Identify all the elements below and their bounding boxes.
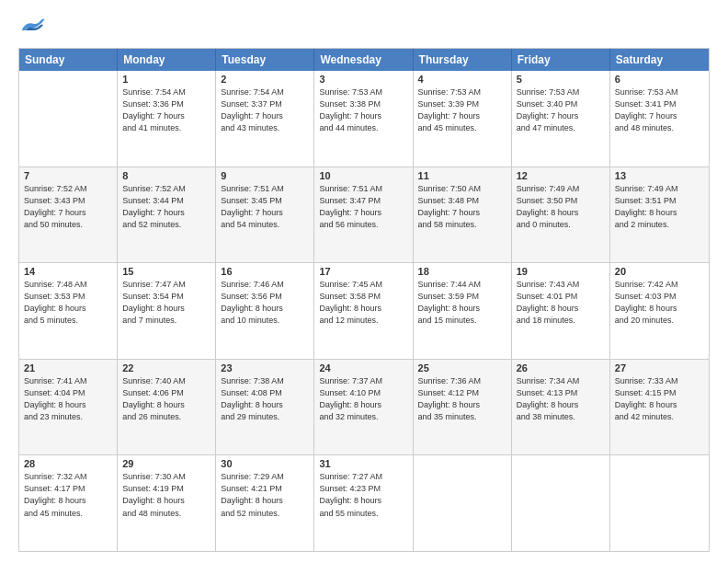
- day-number: 11: [418, 170, 506, 181]
- day-info: Sunrise: 7:42 AM Sunset: 4:03 PM Dayligh…: [615, 279, 704, 327]
- day-info: Sunrise: 7:34 AM Sunset: 4:13 PM Dayligh…: [517, 375, 605, 423]
- day-cell-31: 31Sunrise: 7:27 AM Sunset: 4:23 PM Dayli…: [314, 455, 413, 551]
- day-info: Sunrise: 7:49 AM Sunset: 3:50 PM Dayligh…: [517, 183, 605, 231]
- day-info: Sunrise: 7:43 AM Sunset: 4:01 PM Dayligh…: [517, 279, 605, 327]
- calendar-week-2: 7Sunrise: 7:52 AM Sunset: 3:43 PM Daylig…: [19, 167, 709, 263]
- day-cell-25: 25Sunrise: 7:36 AM Sunset: 4:12 PM Dayli…: [414, 360, 512, 455]
- empty-cell: [610, 455, 709, 551]
- day-number: 21: [24, 362, 112, 373]
- page: SundayMondayTuesdayWednesdayThursdayFrid…: [0, 0, 728, 563]
- day-number: 9: [221, 170, 309, 181]
- day-number: 16: [221, 266, 309, 277]
- header-day-thursday: Thursday: [414, 49, 512, 71]
- day-number: 19: [517, 266, 605, 277]
- day-number: 27: [615, 362, 704, 373]
- day-number: 1: [122, 74, 210, 85]
- day-number: 13: [615, 170, 704, 181]
- day-info: Sunrise: 7:46 AM Sunset: 3:56 PM Dayligh…: [221, 279, 309, 327]
- day-info: Sunrise: 7:50 AM Sunset: 3:48 PM Dayligh…: [418, 183, 506, 231]
- day-number: 10: [319, 170, 407, 181]
- logo: [18, 17, 50, 39]
- day-cell-11: 11Sunrise: 7:50 AM Sunset: 3:48 PM Dayli…: [414, 167, 512, 263]
- day-number: 25: [418, 362, 506, 373]
- day-info: Sunrise: 7:53 AM Sunset: 3:39 PM Dayligh…: [418, 86, 506, 134]
- day-cell-23: 23Sunrise: 7:38 AM Sunset: 4:08 PM Dayli…: [216, 360, 314, 455]
- day-info: Sunrise: 7:45 AM Sunset: 3:58 PM Dayligh…: [319, 279, 407, 327]
- day-info: Sunrise: 7:33 AM Sunset: 4:15 PM Dayligh…: [615, 375, 704, 423]
- day-cell-4: 4Sunrise: 7:53 AM Sunset: 3:39 PM Daylig…: [414, 71, 512, 167]
- day-number: 28: [24, 458, 112, 469]
- day-info: Sunrise: 7:53 AM Sunset: 3:41 PM Dayligh…: [615, 86, 704, 134]
- day-info: Sunrise: 7:51 AM Sunset: 3:45 PM Dayligh…: [221, 183, 309, 231]
- day-number: 17: [319, 266, 407, 277]
- day-cell-5: 5Sunrise: 7:53 AM Sunset: 3:40 PM Daylig…: [512, 71, 610, 167]
- day-info: Sunrise: 7:52 AM Sunset: 3:44 PM Dayligh…: [122, 183, 210, 231]
- logo-icon: [18, 17, 46, 39]
- day-cell-30: 30Sunrise: 7:29 AM Sunset: 4:21 PM Dayli…: [216, 455, 314, 551]
- day-number: 18: [418, 266, 506, 277]
- day-number: 8: [122, 170, 210, 181]
- day-number: 22: [122, 362, 210, 373]
- day-cell-1: 1Sunrise: 7:54 AM Sunset: 3:36 PM Daylig…: [118, 71, 216, 167]
- day-cell-22: 22Sunrise: 7:40 AM Sunset: 4:06 PM Dayli…: [118, 360, 216, 455]
- day-info: Sunrise: 7:27 AM Sunset: 4:23 PM Dayligh…: [319, 471, 407, 519]
- day-info: Sunrise: 7:36 AM Sunset: 4:12 PM Dayligh…: [418, 375, 506, 423]
- calendar-week-3: 14Sunrise: 7:48 AM Sunset: 3:53 PM Dayli…: [19, 262, 709, 359]
- day-number: 14: [24, 266, 112, 277]
- day-cell-28: 28Sunrise: 7:32 AM Sunset: 4:17 PM Dayli…: [19, 455, 118, 551]
- header-day-wednesday: Wednesday: [314, 49, 413, 71]
- calendar-week-5: 28Sunrise: 7:32 AM Sunset: 4:17 PM Dayli…: [19, 454, 709, 551]
- header-day-friday: Friday: [512, 49, 610, 71]
- day-cell-7: 7Sunrise: 7:52 AM Sunset: 3:43 PM Daylig…: [19, 167, 118, 263]
- day-cell-10: 10Sunrise: 7:51 AM Sunset: 3:47 PM Dayli…: [314, 167, 413, 263]
- day-cell-8: 8Sunrise: 7:52 AM Sunset: 3:44 PM Daylig…: [118, 167, 216, 263]
- day-number: 23: [221, 362, 309, 373]
- day-cell-27: 27Sunrise: 7:33 AM Sunset: 4:15 PM Dayli…: [610, 360, 709, 455]
- header-day-tuesday: Tuesday: [216, 49, 314, 71]
- header: [18, 17, 710, 39]
- empty-cell: [19, 71, 118, 167]
- day-number: 29: [122, 458, 210, 469]
- day-number: 6: [615, 74, 704, 85]
- day-info: Sunrise: 7:53 AM Sunset: 3:38 PM Dayligh…: [319, 86, 407, 134]
- header-day-saturday: Saturday: [610, 49, 709, 71]
- header-day-sunday: Sunday: [19, 49, 118, 71]
- day-number: 3: [319, 74, 407, 85]
- day-info: Sunrise: 7:53 AM Sunset: 3:40 PM Dayligh…: [517, 86, 605, 134]
- day-info: Sunrise: 7:51 AM Sunset: 3:47 PM Dayligh…: [319, 183, 407, 231]
- day-info: Sunrise: 7:54 AM Sunset: 3:36 PM Dayligh…: [122, 86, 210, 134]
- calendar: SundayMondayTuesdayWednesdayThursdayFrid…: [18, 48, 710, 552]
- day-number: 5: [517, 74, 605, 85]
- calendar-header: SundayMondayTuesdayWednesdayThursdayFrid…: [19, 49, 709, 71]
- day-info: Sunrise: 7:40 AM Sunset: 4:06 PM Dayligh…: [122, 375, 210, 423]
- empty-cell: [414, 455, 512, 551]
- day-cell-3: 3Sunrise: 7:53 AM Sunset: 3:38 PM Daylig…: [314, 71, 413, 167]
- calendar-week-4: 21Sunrise: 7:41 AM Sunset: 4:04 PM Dayli…: [19, 359, 709, 455]
- day-number: 2: [221, 74, 309, 85]
- day-number: 31: [319, 458, 407, 469]
- day-number: 15: [122, 266, 210, 277]
- day-number: 20: [615, 266, 704, 277]
- day-cell-24: 24Sunrise: 7:37 AM Sunset: 4:10 PM Dayli…: [314, 360, 413, 455]
- day-cell-18: 18Sunrise: 7:44 AM Sunset: 3:59 PM Dayli…: [414, 263, 512, 359]
- day-number: 26: [517, 362, 605, 373]
- day-cell-12: 12Sunrise: 7:49 AM Sunset: 3:50 PM Dayli…: [512, 167, 610, 263]
- day-cell-14: 14Sunrise: 7:48 AM Sunset: 3:53 PM Dayli…: [19, 263, 118, 359]
- day-cell-20: 20Sunrise: 7:42 AM Sunset: 4:03 PM Dayli…: [610, 263, 709, 359]
- day-cell-6: 6Sunrise: 7:53 AM Sunset: 3:41 PM Daylig…: [610, 71, 709, 167]
- day-cell-9: 9Sunrise: 7:51 AM Sunset: 3:45 PM Daylig…: [216, 167, 314, 263]
- day-info: Sunrise: 7:37 AM Sunset: 4:10 PM Dayligh…: [319, 375, 407, 423]
- day-number: 4: [418, 74, 506, 85]
- empty-cell: [512, 455, 610, 551]
- day-info: Sunrise: 7:47 AM Sunset: 3:54 PM Dayligh…: [122, 279, 210, 327]
- day-info: Sunrise: 7:52 AM Sunset: 3:43 PM Dayligh…: [24, 183, 112, 231]
- day-cell-26: 26Sunrise: 7:34 AM Sunset: 4:13 PM Dayli…: [512, 360, 610, 455]
- day-info: Sunrise: 7:54 AM Sunset: 3:37 PM Dayligh…: [221, 86, 309, 134]
- day-info: Sunrise: 7:30 AM Sunset: 4:19 PM Dayligh…: [122, 471, 210, 519]
- calendar-body: 1Sunrise: 7:54 AM Sunset: 3:36 PM Daylig…: [19, 71, 709, 551]
- day-cell-19: 19Sunrise: 7:43 AM Sunset: 4:01 PM Dayli…: [512, 263, 610, 359]
- day-info: Sunrise: 7:49 AM Sunset: 3:51 PM Dayligh…: [615, 183, 704, 231]
- day-info: Sunrise: 7:48 AM Sunset: 3:53 PM Dayligh…: [24, 279, 112, 327]
- day-number: 7: [24, 170, 112, 181]
- day-cell-13: 13Sunrise: 7:49 AM Sunset: 3:51 PM Dayli…: [610, 167, 709, 263]
